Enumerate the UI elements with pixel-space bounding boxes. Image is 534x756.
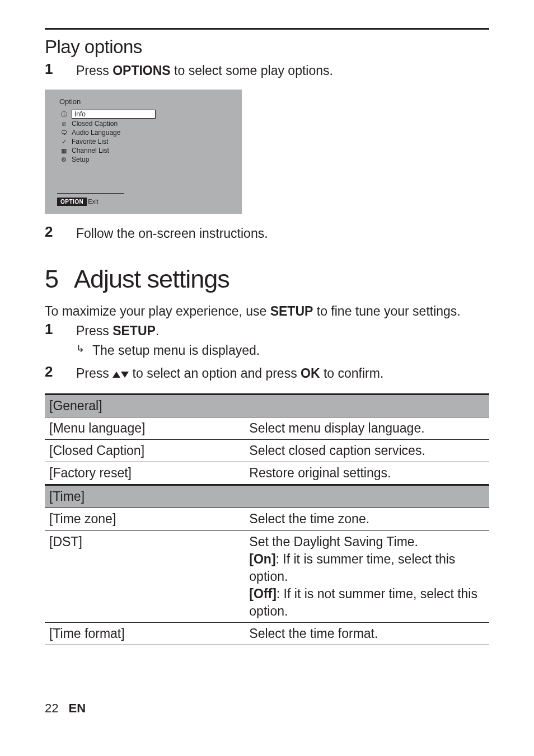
setting-desc: Select the time format. (245, 622, 489, 645)
table-group-row: [General] (45, 395, 489, 417)
group-cell: [Time] (45, 485, 489, 508)
setting-desc: Select the time zone. (245, 508, 489, 530)
table-row: [DST] Set the Daylight Saving Time. [On]… (45, 530, 489, 622)
exit-label: Exit (88, 198, 98, 205)
arrow-right-icon: ↳ (76, 342, 85, 356)
sub-text: The setup menu is displayed. (92, 342, 260, 359)
text: To maximize your play experience, use (45, 304, 270, 318)
step-number: 2 (45, 364, 76, 380)
text: Press (76, 366, 113, 381)
menu-label: Audio Language (72, 129, 120, 137)
menu-title: Option (57, 97, 242, 106)
settings-table: [General] [Menu language]Select menu dis… (45, 393, 489, 645)
step-number: 1 (45, 321, 76, 337)
step-2: 2 Follow the on-screen instructions. (45, 224, 489, 242)
text: : If it is not summer time, select this … (249, 586, 477, 618)
setting-desc: Select closed caption services. (245, 440, 489, 462)
language-code: EN (68, 701, 86, 715)
setting-name: [Factory reset] (45, 462, 245, 485)
chapter-heading: 5Adjust settings (45, 265, 489, 294)
play-options-steps: 1 Press OPTIONS to select some play opti… (45, 61, 489, 79)
menu-label: Closed Caption (72, 120, 118, 128)
step-text: Press OPTIONS to select some play option… (76, 61, 333, 79)
speech-icon: 🗨 (59, 129, 68, 136)
tv-screenshot: Option ⓘInfo ⎚Closed Caption 🗨Audio Lang… (45, 90, 242, 214)
menu-label: Favorite List (72, 138, 108, 145)
table-row: [Factory reset]Restore original settings… (45, 462, 489, 485)
gear-icon: ⚙ (59, 156, 68, 163)
menu-item-setup: ⚙Setup (57, 155, 242, 164)
option-button-label: OPTION (57, 198, 87, 206)
on-label: [On] (249, 552, 275, 566)
text: to confirm. (320, 366, 384, 381)
info-icon: ⓘ (59, 110, 68, 119)
text: to fine tune your settings. (313, 304, 460, 318)
top-rule (45, 28, 489, 30)
option-menu-list: ⓘInfo ⎚Closed Caption 🗨Audio Language ✓F… (57, 109, 242, 164)
screen-bottom-bar: OPTIONExit (57, 193, 124, 206)
setup-key: SETUP (270, 304, 313, 318)
table-row: [Time format]Select the time format. (45, 622, 489, 645)
page-footer: 22EN (45, 701, 489, 716)
setting-name: [Closed Caption] (45, 440, 245, 462)
setting-name: [Time format] (45, 622, 245, 645)
setting-name: [Time zone] (45, 508, 245, 530)
menu-label: Setup (72, 156, 89, 163)
setting-desc: Select menu display language. (245, 417, 489, 440)
down-arrow-icon (121, 372, 129, 378)
up-arrow-icon (113, 372, 120, 378)
setting-desc: Restore original settings. (245, 462, 489, 485)
play-options-heading: Play options (45, 36, 489, 58)
table-group-row: [Time] (45, 485, 489, 508)
text: . (156, 323, 159, 338)
text: to select some play options. (171, 63, 333, 78)
table-row: [Menu language]Select menu display langu… (45, 417, 489, 440)
chapter-intro: To maximize your play experience, use SE… (45, 304, 489, 319)
sub-step: ↳ The setup menu is displayed. (76, 342, 260, 359)
setting-name: [Menu language] (45, 417, 245, 440)
menu-item-channel: ▦Channel List (57, 146, 242, 155)
step-number: 1 (45, 61, 76, 77)
step-text: Follow the on-screen instructions. (76, 224, 268, 242)
divider (57, 193, 124, 194)
text: Press (76, 63, 113, 78)
setup-key: SETUP (113, 323, 156, 338)
step-2-nav: 2 Press to select an option and press OK… (45, 364, 489, 382)
check-icon: ✓ (59, 138, 68, 145)
step-1: 1 Press OPTIONS to select some play opti… (45, 61, 489, 79)
setting-name: [DST] (45, 530, 245, 622)
page-number: 22 (45, 701, 58, 715)
table-row: [Time zone]Select the time zone. (45, 508, 489, 530)
step-body: Press to select an option and press OK t… (76, 364, 383, 382)
step-1-setup: 1 Press SETUP. ↳ The setup menu is displ… (45, 321, 489, 359)
off-label: [Off] (249, 586, 277, 601)
menu-item-cc: ⎚Closed Caption (57, 119, 242, 128)
menu-label: Channel List (72, 147, 109, 154)
group-cell: [General] (45, 395, 489, 417)
step-number: 2 (45, 224, 76, 240)
text: Press (76, 323, 113, 338)
table-row: [Closed Caption]Select closed caption se… (45, 440, 489, 462)
cc-icon: ⎚ (59, 120, 68, 127)
ok-key: OK (301, 366, 320, 381)
chapter-number: 5 (45, 265, 58, 294)
menu-label: Info (72, 110, 156, 119)
menu-item-info: ⓘInfo (57, 109, 242, 119)
options-key: OPTIONS (113, 63, 171, 78)
chapter-title: Adjust settings (74, 265, 229, 293)
play-options-steps-2: 2 Follow the on-screen instructions. (45, 224, 489, 242)
menu-item-favorite: ✓Favorite List (57, 137, 242, 146)
step-body: Press SETUP. ↳ The setup menu is display… (76, 321, 260, 359)
text: Set the Daylight Saving Time. (249, 534, 418, 549)
list-icon: ▦ (59, 147, 68, 154)
text: : If it is summer time, select this opti… (249, 552, 455, 584)
menu-item-audio: 🗨Audio Language (57, 128, 242, 137)
text: to select an option and press (129, 366, 301, 381)
chapter-steps: 1 Press SETUP. ↳ The setup menu is displ… (45, 321, 489, 382)
setting-desc: Set the Daylight Saving Time. [On]: If i… (245, 530, 489, 622)
